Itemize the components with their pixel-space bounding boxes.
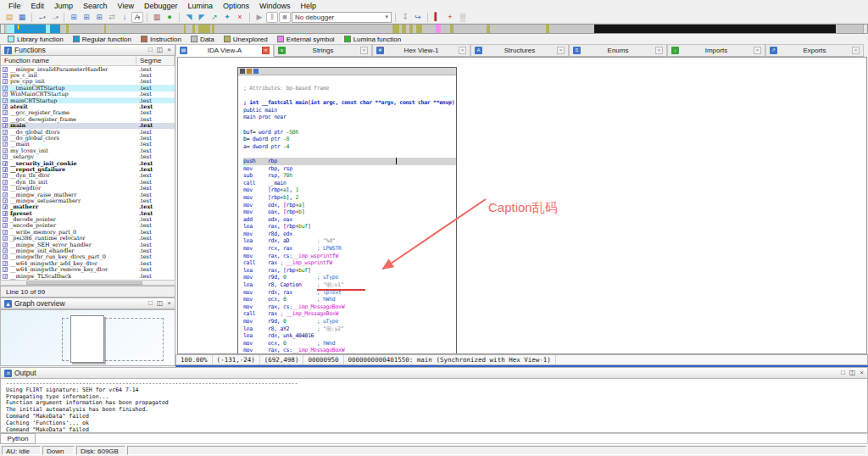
node-frame-icon[interactable] — [247, 69, 252, 74]
menu-item-lumina[interactable]: Lumina — [182, 2, 218, 10]
graph-node-main[interactable]: ; Attributes: bp-based frame; int __fast… — [237, 67, 457, 354]
disasm-line[interactable]: mov rdx, rax ; lpText — [243, 289, 456, 297]
navband-segment[interactable] — [66, 25, 69, 33]
disasm-line[interactable]: mov r9d, 0 ; uType — [243, 274, 456, 281]
menu-item-options[interactable]: Options — [218, 2, 254, 10]
tab-close-icon[interactable]: × — [360, 47, 368, 54]
disasm-line[interactable]: lea rax, [rbp+buf] — [243, 267, 456, 275]
disasm-line[interactable]: mov rcx, rax ; LPWSTR — [243, 245, 456, 253]
debug-stop-icon[interactable]: ■ — [279, 12, 291, 23]
tab-close-icon[interactable]: × — [262, 47, 270, 54]
disasm-line[interactable] — [243, 121, 456, 129]
navband-segment[interactable] — [546, 25, 549, 33]
disasm-line[interactable]: mov rax, cs:__imp_MessageBoxW — [243, 347, 456, 354]
disasm-line[interactable]: mov ecx, 0 ; hWnd — [243, 296, 456, 303]
navband-segment[interactable] — [50, 25, 60, 33]
disasm-line[interactable]: mov rax, cs:__imp_wsprintfW — [243, 253, 456, 260]
disasm-line[interactable]: mov r9d, 0 ; uType — [243, 318, 456, 325]
column-segment[interactable]: Segme — [136, 56, 175, 66]
menu-item-view[interactable]: View — [113, 2, 139, 10]
ida-view-canvas[interactable]: ; Attributes: bp-based frame; int __fast… — [177, 57, 867, 354]
disasm-line[interactable]: lea rdx, unk_404016 — [243, 332, 456, 340]
menu-item-file[interactable]: File — [3, 2, 26, 10]
float-icon[interactable]: ◫ — [157, 46, 164, 54]
graph-overview-canvas[interactable] — [0, 309, 175, 366]
debug-pause-icon[interactable]: ‖ — [266, 12, 278, 23]
node-window-icon[interactable] — [253, 69, 259, 74]
disasm-line[interactable]: b= dword ptr -8 — [243, 136, 456, 143]
tab-close-icon[interactable]: × — [459, 47, 466, 54]
disasm-line[interactable]: mov [rbp+b], 2 — [243, 194, 456, 202]
disasm-line[interactable]: ; Attributes: bp-based frame — [243, 85, 456, 92]
graph-overview-titlebar[interactable]: ▲ Graph overview □◫× — [0, 298, 175, 309]
navband-segment[interactable] — [198, 25, 210, 33]
disasm-line[interactable]: mov [rbp+a], 1 — [243, 186, 456, 194]
functions-hscrollbar[interactable] — [0, 280, 175, 286]
maximize-icon[interactable]: □ — [841, 369, 845, 377]
tab-strings[interactable]: sStrings× — [274, 44, 372, 57]
close-icon[interactable]: × — [167, 46, 171, 54]
disasm-line[interactable]: mov edx, [rbp+a] — [243, 202, 456, 209]
disasm-line[interactable]: call rax ; __imp_wsprintfW — [243, 259, 456, 267]
disasm-line[interactable]: mov ecx, 0 ; hWnd — [243, 340, 456, 348]
analysis-3-icon[interactable]: ↗ — [209, 12, 220, 23]
functions-list[interactable]: f__mingw_invalidParameterHandler.textfpr… — [0, 66, 175, 280]
navband-segment[interactable] — [7, 25, 14, 33]
float-icon[interactable]: ◫ — [849, 369, 856, 377]
output-log[interactable]: ----------------------------------------… — [0, 379, 868, 433]
navband-segment[interactable] — [487, 25, 490, 33]
navband-segment[interactable] — [402, 25, 406, 33]
python-prompt-label[interactable]: Python — [0, 433, 36, 444]
menu-item-jump[interactable]: Jump — [49, 2, 78, 10]
navband-segment[interactable] — [192, 25, 195, 33]
step-over-icon[interactable]: ↪ — [412, 12, 424, 23]
maximize-icon[interactable]: □ — [148, 299, 153, 308]
functions-column-headers[interactable]: Function name Segme — [0, 56, 175, 66]
tab-ida-view-a[interactable]: ▤IDA View-A× — [175, 44, 274, 57]
navigation-band[interactable] — [0, 24, 868, 34]
save-file-icon[interactable]: ▦ — [16, 12, 28, 23]
disasm-line[interactable]: add edx, eax — [243, 216, 456, 224]
tab-close-icon[interactable]: × — [754, 47, 761, 54]
rename-icon[interactable]: A▾ — [131, 12, 143, 23]
function-row[interactable]: f__mingw_TLScallback.text — [1, 273, 175, 279]
disasm-line[interactable]: mov rax, cs:__imp_MessageBoxW — [243, 303, 456, 311]
disasm-line[interactable]: lea r8, aY2 ; "佪:y2" — [243, 325, 456, 333]
tab-close-icon[interactable]: × — [557, 47, 565, 54]
navigate-forward-icon[interactable]: →▾ — [48, 12, 60, 23]
tab-exports[interactable]: ↗Exports× — [765, 44, 864, 57]
functions-panel-titlebar[interactable]: ƒ Functions □◫× — [0, 44, 175, 56]
disasm-line[interactable]: lea r8, Caption ; "佪:v1" — [243, 281, 456, 289]
tab-close-icon[interactable]: × — [655, 47, 663, 54]
navband-segment[interactable] — [416, 25, 422, 33]
column-function-name[interactable]: Function name — [1, 56, 136, 66]
navband-segment[interactable] — [409, 25, 413, 33]
disasm-line[interactable]: main proc near — [243, 114, 456, 121]
analysis-2-icon[interactable]: ◤ — [196, 12, 208, 23]
navband-left-arrow[interactable] — [1, 25, 5, 33]
disasm-line[interactable]: lea rdx, aD ; "%d" — [243, 237, 456, 245]
navband-segment[interactable] — [184, 25, 186, 33]
open-file-icon[interactable]: ▤ — [3, 12, 15, 23]
disasm-line[interactable]: push rbp — [243, 158, 456, 165]
menu-item-edit[interactable]: Edit — [26, 2, 50, 10]
breakpoint-disable-icon[interactable]: ▒ — [457, 12, 469, 23]
navband-segment[interactable] — [450, 25, 453, 33]
disasm-line[interactable]: lea rax, [rbp+buf] — [243, 223, 456, 231]
jump-by-name-icon[interactable]: ⊞ — [68, 12, 80, 23]
graph-node-header[interactable] — [238, 68, 456, 75]
navband-segment[interactable] — [212, 25, 214, 33]
menu-item-search[interactable]: Search — [78, 2, 113, 10]
disasm-line[interactable]: call __main — [243, 180, 456, 187]
disasm-line[interactable]: public main — [243, 107, 456, 114]
tab-structures[interactable]: AStructures× — [470, 44, 569, 57]
menu-item-help[interactable]: Help — [296, 2, 322, 10]
output-titlebar[interactable]: ≡ Output □◫× — [0, 367, 868, 379]
tab-hex-view-1[interactable]: #Hex View-1× — [372, 44, 470, 57]
cancel-analysis-icon[interactable]: × — [234, 12, 246, 23]
disasm-line[interactable] — [243, 150, 456, 158]
disasm-line[interactable]: mov r8d, edx — [243, 231, 456, 238]
menu-item-windows[interactable]: Windows — [254, 2, 296, 10]
disasm-line[interactable]: a= dword ptr -4 — [243, 143, 456, 151]
disasm-line[interactable]: mov eax, [rbp+b] — [243, 209, 456, 216]
